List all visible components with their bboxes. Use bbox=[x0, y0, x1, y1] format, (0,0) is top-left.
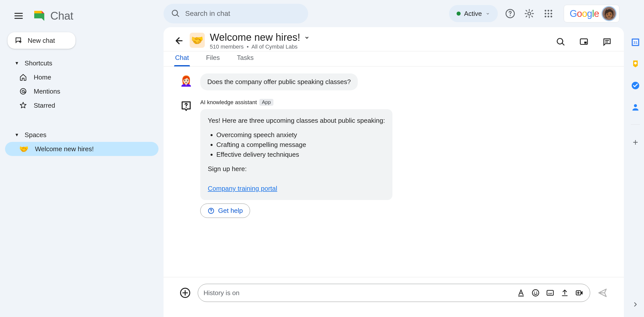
help-icon bbox=[208, 207, 215, 214]
settings-button[interactable] bbox=[522, 7, 536, 20]
svg-point-10 bbox=[551, 13, 552, 15]
svg-point-21 bbox=[534, 292, 535, 293]
home-icon bbox=[19, 73, 27, 81]
star-icon bbox=[19, 101, 27, 109]
space-title: Welcome new hires! bbox=[210, 32, 300, 43]
gear-icon bbox=[524, 9, 534, 19]
svg-point-13 bbox=[551, 16, 552, 17]
tab-chat[interactable]: Chat bbox=[174, 50, 190, 66]
chat-icon bbox=[602, 37, 612, 47]
space-subtitle: 510 members • All of Cymbal Labs bbox=[210, 44, 549, 50]
contacts-app-button[interactable] bbox=[631, 103, 640, 112]
present-icon bbox=[579, 37, 589, 47]
chevron-down-icon bbox=[485, 11, 490, 16]
svg-point-22 bbox=[536, 292, 537, 293]
tasks-app-button[interactable] bbox=[631, 81, 640, 90]
svg-point-16 bbox=[186, 107, 187, 108]
svg-point-3 bbox=[510, 15, 511, 16]
gif-button[interactable]: GIF bbox=[545, 288, 555, 298]
chevron-down-icon bbox=[304, 34, 310, 41]
search-icon bbox=[171, 9, 180, 18]
svg-point-5 bbox=[545, 10, 546, 12]
side-panel: 31 + bbox=[627, 0, 644, 317]
nav-starred[interactable]: Starred bbox=[5, 98, 158, 112]
svg-text:GIF: GIF bbox=[548, 292, 552, 295]
svg-point-7 bbox=[551, 10, 552, 12]
space-item-welcome[interactable]: 🤝 Welcome new hires! bbox=[5, 142, 158, 156]
svg-rect-15 bbox=[584, 42, 587, 44]
space-title-button[interactable]: Welcome new hires! bbox=[210, 32, 549, 43]
send-icon bbox=[597, 288, 608, 298]
arrow-left-icon bbox=[174, 36, 184, 46]
emoji-button[interactable] bbox=[531, 288, 541, 298]
collapse-panel-button[interactable] bbox=[632, 301, 639, 309]
svg-point-20 bbox=[532, 290, 539, 296]
emoji-icon bbox=[531, 289, 540, 297]
space-icon: 🤝 bbox=[190, 33, 205, 48]
svg-point-29 bbox=[634, 62, 637, 65]
avatar: 🧑🏾 bbox=[602, 7, 616, 20]
status-dot-icon bbox=[457, 12, 461, 16]
svg-point-0 bbox=[20, 89, 26, 94]
app-badge: App bbox=[259, 99, 273, 106]
help-button[interactable] bbox=[503, 7, 517, 20]
handshake-icon: 🤝 bbox=[19, 145, 28, 153]
google-logo: Google bbox=[570, 8, 599, 19]
video-button[interactable] bbox=[574, 288, 584, 298]
new-chat-label: New chat bbox=[28, 37, 55, 45]
calendar-app-button[interactable]: 31 bbox=[631, 38, 640, 47]
nav-home[interactable]: Home bbox=[5, 70, 158, 84]
apps-grid-icon bbox=[543, 9, 553, 19]
nav-mentions[interactable]: Mentions bbox=[5, 84, 158, 98]
search-input[interactable]: Search in chat bbox=[164, 4, 308, 23]
message-input[interactable] bbox=[204, 289, 511, 297]
account-switcher[interactable]: Google 🧑🏾 bbox=[564, 5, 619, 22]
plus-circle-icon bbox=[180, 287, 191, 298]
tab-files[interactable]: Files bbox=[205, 50, 221, 66]
svg-point-31 bbox=[634, 104, 637, 107]
at-icon bbox=[19, 87, 27, 95]
svg-point-11 bbox=[545, 16, 546, 17]
new-chat-button[interactable]: New chat bbox=[8, 32, 75, 49]
message-bubble: Does the company offer public speaking c… bbox=[200, 73, 358, 90]
new-chat-icon bbox=[15, 36, 23, 45]
shortcuts-heading[interactable]: ▼ Shortcuts bbox=[5, 56, 158, 70]
add-attachment-button[interactable] bbox=[179, 286, 192, 299]
svg-point-12 bbox=[548, 16, 549, 17]
spaces-heading[interactable]: ▼ Spaces bbox=[5, 128, 158, 142]
back-button[interactable] bbox=[174, 35, 185, 46]
search-placeholder: Search in chat bbox=[185, 10, 230, 18]
present-button[interactable] bbox=[577, 35, 591, 49]
gif-icon: GIF bbox=[546, 289, 554, 297]
search-icon bbox=[556, 37, 566, 47]
svg-point-4 bbox=[528, 12, 531, 15]
thread-button[interactable] bbox=[600, 35, 614, 49]
keep-app-button[interactable] bbox=[631, 59, 640, 68]
user-avatar: 👩🏻‍🦰 bbox=[179, 73, 194, 89]
svg-text:31: 31 bbox=[633, 40, 638, 45]
add-side-app-button[interactable]: + bbox=[633, 137, 638, 148]
send-button[interactable] bbox=[596, 287, 609, 299]
caret-down-icon: ▼ bbox=[15, 132, 19, 138]
help-icon bbox=[505, 9, 515, 19]
tab-tasks[interactable]: Tasks bbox=[236, 50, 255, 66]
svg-point-6 bbox=[548, 10, 549, 12]
get-help-button[interactable]: Get help bbox=[200, 204, 250, 218]
svg-point-1 bbox=[22, 90, 24, 93]
message-row: 👩🏻‍🦰 Does the company offer public speak… bbox=[179, 73, 609, 90]
apps-button[interactable] bbox=[542, 7, 555, 20]
bot-name-label: AI knowledge assistant App bbox=[200, 99, 392, 106]
search-in-space-button[interactable] bbox=[554, 35, 568, 49]
upload-button[interactable] bbox=[560, 288, 570, 298]
svg-point-9 bbox=[548, 13, 549, 15]
format-button[interactable] bbox=[516, 288, 526, 298]
status-selector[interactable]: Active bbox=[449, 5, 498, 22]
bot-avatar bbox=[179, 99, 194, 114]
caret-down-icon: ▼ bbox=[15, 61, 19, 66]
training-portal-link[interactable]: Company training portal bbox=[208, 185, 277, 192]
svg-point-8 bbox=[545, 13, 546, 15]
main-menu-button[interactable] bbox=[12, 9, 25, 22]
bot-message-bubble: Yes! Here are three upcoming classes abo… bbox=[200, 109, 392, 200]
video-icon bbox=[575, 289, 584, 297]
message-composer[interactable]: GIF bbox=[198, 284, 590, 302]
